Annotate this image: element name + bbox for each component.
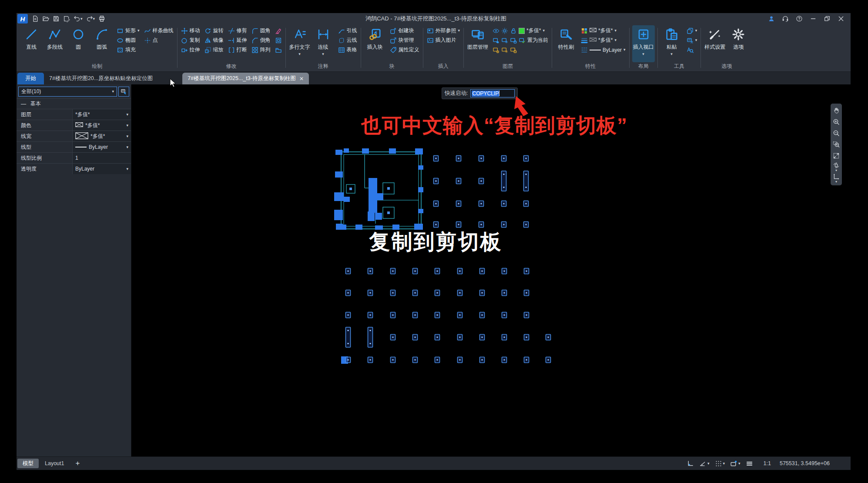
ribbon-button-offset[interactable]: [274, 36, 283, 45]
redo-button[interactable]: ▾: [85, 14, 97, 23]
ribbon-button-ByLayer[interactable]: ByLayer▾: [580, 45, 627, 54]
ribbon-button-复制[interactable]: 复制: [180, 36, 201, 45]
selection-filter-dropdown[interactable]: 全部(10) ▾: [18, 87, 117, 97]
orbit-button[interactable]: ▾: [831, 162, 841, 172]
open-file-button[interactable]: [41, 14, 50, 23]
headset-button[interactable]: [779, 14, 791, 23]
doc-tab[interactable]: 7#楼基坑开挖图2025..._t3-待原坐标复制柱图✕: [182, 73, 309, 84]
restore-button[interactable]: [821, 14, 833, 23]
ribbon-button-圆[interactable]: 圆: [67, 25, 90, 62]
ribbon-button-修剪[interactable]: 修剪: [227, 26, 248, 35]
ribbon-button-选项[interactable]: 选项: [727, 25, 750, 62]
section-basic[interactable]: — 基本: [17, 98, 131, 109]
ribbon-button-特性刷[interactable]: 特性刷: [555, 25, 577, 62]
zoom-window-button[interactable]: [831, 139, 841, 150]
property-value-dropdown[interactable]: *多值*▾: [72, 131, 131, 141]
ribbon-button-外部参照[interactable]: 外部参照▾: [426, 26, 461, 35]
ribbon-button-阵列[interactable]: 阵列: [251, 45, 271, 54]
window-controls: [765, 14, 847, 23]
snap-grid-toggle[interactable]: ▾: [715, 460, 725, 467]
ribbon-button-粘贴[interactable]: 粘贴▾: [660, 25, 683, 62]
ribbon-button-mon-iso[interactable]: [492, 45, 549, 54]
layout-tab-Layout1[interactable]: Layout1: [40, 459, 69, 468]
zoom-in-button[interactable]: [831, 117, 841, 127]
help-icon: [796, 15, 803, 22]
close-button[interactable]: [835, 14, 847, 23]
drawing-canvas[interactable]: 快速启动: COPYCLIP 也可中文输入“复制到剪切板” 复制到剪切板 ▾▾: [131, 84, 851, 456]
ribbon-button-图层管理[interactable]: 图层管理: [466, 25, 489, 62]
ribbon-button-块管理[interactable]: 块管理: [389, 36, 420, 45]
undo-button[interactable]: ▾: [72, 14, 84, 23]
chevron-down-icon: ▾: [695, 29, 697, 33]
property-value-dropdown[interactable]: ByLayer▾: [72, 164, 131, 174]
ribbon-button-插入图片[interactable]: 插入图片: [426, 36, 461, 45]
ribbon-button-*多值*[interactable]: *多值*▾: [580, 26, 627, 35]
ribbon-button-样式设置[interactable]: 样式设置: [704, 25, 726, 62]
zoom-out-button[interactable]: [831, 128, 841, 138]
ribbon-button-erase[interactable]: [274, 26, 283, 35]
ortho-toggle[interactable]: [687, 460, 694, 467]
ribbon-button-圆弧[interactable]: 圆弧: [90, 25, 113, 62]
zoom-extents-button[interactable]: [831, 151, 841, 161]
app-logo[interactable]: H: [17, 14, 28, 23]
ribbon-button-属性定义[interactable]: 属性定义: [389, 45, 420, 54]
new-file-button[interactable]: [30, 14, 40, 23]
dyn-input-toggle[interactable]: ▾: [730, 460, 741, 467]
ribbon-button-创建块[interactable]: 创建块: [389, 26, 420, 35]
ribbon-button-打断[interactable]: 打断: [227, 45, 248, 54]
tab-start[interactable]: 开始: [17, 73, 44, 84]
property-value-dropdown[interactable]: 1: [72, 153, 131, 163]
property-value-dropdown[interactable]: *多值*▾: [72, 109, 131, 120]
ribbon-button-连续[interactable]: 连续▾: [312, 25, 335, 62]
ribbon-button-直线[interactable]: 直线: [20, 25, 43, 62]
ribbon-button-引线[interactable]: 引线: [337, 26, 358, 35]
ribbon-button-旋转[interactable]: 旋转: [204, 26, 225, 35]
ribbon-button-explode[interactable]: [274, 45, 283, 54]
ribbon-button-插入视口[interactable]: 插入视口▾: [632, 25, 655, 62]
property-value-dropdown[interactable]: ByLayer▾: [72, 142, 131, 152]
ribbon-button-圆角[interactable]: 圆角: [251, 26, 271, 35]
ribbon-button-镜像[interactable]: 镜像: [204, 36, 225, 45]
ribbon-button-样条曲线[interactable]: 样条曲线: [143, 26, 174, 35]
ribbon-button-拉伸[interactable]: 拉伸: [180, 45, 201, 54]
ribbon-button-缩放[interactable]: 缩放: [204, 45, 225, 54]
layout-tab-模型[interactable]: 模型: [17, 459, 39, 468]
polar-toggle[interactable]: ▾: [699, 460, 710, 467]
property-value-dropdown[interactable]: *多值*▾: [72, 120, 131, 131]
ribbon-button-移动[interactable]: 移动: [180, 26, 201, 35]
ribbon-button-多行文字[interactable]: 多行文字▾: [288, 25, 311, 62]
print-button[interactable]: [97, 14, 107, 23]
pan-button[interactable]: [831, 105, 841, 116]
save-as-button[interactable]: [62, 14, 71, 23]
quick-select-button[interactable]: [118, 87, 129, 97]
doc-tab[interactable]: 7#楼基坑开挖图20...原坐标粘贴坐标定位图: [44, 73, 158, 84]
ribbon-button-云线[interactable]: 云线: [337, 36, 358, 45]
ribbon-button-矩形[interactable]: 矩形▾: [116, 26, 141, 35]
chevron-down-icon: ▾: [137, 29, 140, 33]
user-button[interactable]: [765, 14, 778, 23]
close-tab-icon[interactable]: ✕: [299, 76, 304, 82]
ribbon-button-表格[interactable]: 表格: [337, 45, 358, 54]
ribbon-button-椭圆[interactable]: 椭圆: [116, 36, 141, 45]
ribbon-button-置为当前[interactable]: 置为当前: [492, 36, 549, 45]
zoom-extents-icon: [833, 152, 840, 159]
ribbon-button-copysel[interactable]: ▾: [686, 36, 698, 45]
ucs-button[interactable]: ▾: [831, 173, 841, 184]
ribbon-button-倒角[interactable]: 倒角: [251, 36, 271, 45]
save-button[interactable]: [51, 14, 61, 23]
help-button[interactable]: [793, 14, 805, 23]
ribbon-button-插入块[interactable]: 插入块: [364, 25, 386, 62]
ribbon-button-copyclip[interactable]: ▾: [686, 26, 698, 35]
ribbon-button-填充[interactable]: 填充: [116, 45, 141, 54]
ribbon-button-点[interactable]: 点: [143, 36, 174, 45]
menu-toggle[interactable]: [746, 460, 753, 467]
ribbon-button-find[interactable]: [686, 45, 698, 54]
ribbon-button-延伸[interactable]: 延伸: [227, 36, 248, 45]
scale-indicator[interactable]: 1:1: [764, 460, 771, 466]
minimize-button[interactable]: [807, 14, 819, 23]
ribbon-button-多段线[interactable]: 多段线: [44, 25, 66, 62]
ribbon-button-*多值*[interactable]: *多值*▾: [492, 26, 549, 35]
ribbon-button-*多值*[interactable]: *多值*▾: [580, 36, 627, 45]
viewport-icon: [637, 28, 650, 41]
add-layout-button[interactable]: +: [75, 459, 80, 468]
